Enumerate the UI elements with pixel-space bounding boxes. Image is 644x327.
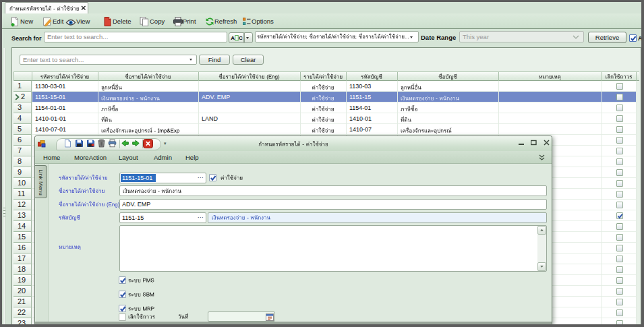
svg-text:A: A	[231, 35, 235, 41]
svg-text:C: C	[239, 35, 243, 41]
